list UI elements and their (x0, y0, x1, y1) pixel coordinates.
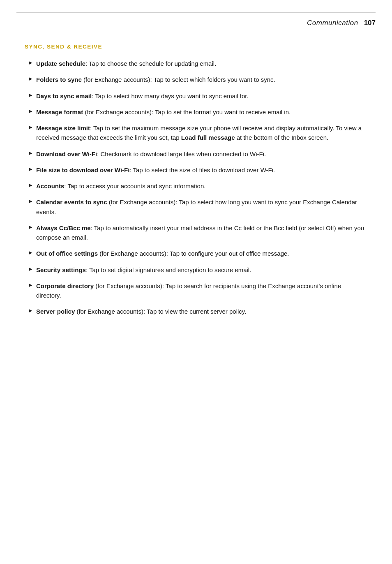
item-text: Server policy (for Exchange accounts): T… (36, 307, 246, 316)
item-term: Accounts (36, 183, 64, 190)
item-text: Message size limit: Tap to set the maxim… (36, 123, 367, 143)
bullet-icon: ▶ (29, 92, 32, 98)
item-term: Always Cc/Bcc me (36, 224, 91, 231)
page-container: Communication 107 SYNC, SEND & RECEIVE ▶… (0, 12, 392, 564)
bullet-icon: ▶ (29, 266, 32, 272)
list-item: ▶ Accounts: Tap to access your accounts … (25, 181, 367, 191)
bullet-icon: ▶ (29, 183, 32, 188)
bullet-icon: ▶ (29, 60, 32, 65)
list-item: ▶ Corporate directory (for Exchange acco… (25, 281, 367, 300)
list-item: ▶ Always Cc/Bcc me: Tap to automatically… (25, 223, 367, 243)
inline-bold-text: Load full message (181, 134, 235, 141)
list-item: ▶ Message size limit: Tap to set the max… (25, 123, 367, 143)
list-item: ▶ Out of office settings (for Exchange a… (25, 249, 367, 258)
item-text: Days to sync email: Tap to select how ma… (36, 91, 249, 101)
item-term: Folders to sync (36, 76, 82, 83)
bullet-icon: ▶ (29, 76, 32, 81)
header-title: Communication (307, 19, 358, 27)
list-item: ▶ Message format (for Exchange accounts)… (25, 107, 367, 117)
item-term: Message format (36, 109, 83, 116)
bullet-icon: ▶ (29, 308, 32, 313)
page-number: 107 (364, 19, 376, 27)
bullet-icon: ▶ (29, 199, 32, 204)
list-item: ▶ Calendar events to sync (for Exchange … (25, 197, 367, 217)
list-item: ▶ Folders to sync (for Exchange accounts… (25, 75, 367, 84)
list-item: ▶ Days to sync email: Tap to select how … (25, 91, 367, 101)
item-text: Download over Wi-Fi: Checkmark to downlo… (36, 149, 266, 159)
item-text: Corporate directory (for Exchange accoun… (36, 281, 367, 300)
bullet-icon: ▶ (29, 224, 32, 230)
item-term: Server policy (36, 308, 75, 315)
bullet-icon: ▶ (29, 150, 32, 156)
item-text: Always Cc/Bcc me: Tap to automatically i… (36, 223, 367, 243)
list-item: ▶ Update schedule: Tap to choose the sch… (25, 59, 367, 68)
item-text: Message format (for Exchange accounts): … (36, 107, 291, 117)
item-text: Accounts: Tap to access your accounts an… (36, 181, 205, 191)
item-term: Days to sync email (36, 92, 92, 99)
list-item: ▶ Download over Wi-Fi: Checkmark to down… (25, 149, 367, 159)
page-header: Communication 107 (16, 12, 376, 27)
bullet-icon: ▶ (29, 282, 32, 288)
list-item: ▶ Server policy (for Exchange accounts):… (25, 307, 367, 316)
item-text: File size to download over Wi-Fi: Tap to… (36, 165, 275, 175)
item-term: Update schedule (36, 60, 85, 67)
item-term: Download over Wi-Fi (36, 150, 97, 157)
list-item: ▶ File size to download over Wi-Fi: Tap … (25, 165, 367, 175)
item-text: Security settings: Tap to set digital si… (36, 265, 251, 275)
item-term: Corporate directory (36, 282, 94, 289)
item-term: Out of office settings (36, 250, 98, 257)
item-term: Message size limit (36, 125, 90, 132)
list-item: ▶ Security settings: Tap to set digital … (25, 265, 367, 275)
bullet-icon: ▶ (29, 166, 32, 172)
content-area: SYNC, SEND & RECEIVE ▶ Update schedule: … (0, 27, 392, 340)
section-title: SYNC, SEND & RECEIVE (25, 44, 367, 50)
item-text: Folders to sync (for Exchange accounts):… (36, 75, 275, 84)
item-text: Update schedule: Tap to choose the sched… (36, 59, 216, 68)
bullet-icon: ▶ (29, 250, 32, 255)
item-term: Security settings (36, 266, 86, 273)
item-text: Calendar events to sync (for Exchange ac… (36, 197, 367, 217)
item-text: Out of office settings (for Exchange acc… (36, 249, 289, 258)
item-term: File size to download over Wi-Fi (36, 166, 129, 173)
bullet-icon: ▶ (29, 125, 32, 130)
item-list: ▶ Update schedule: Tap to choose the sch… (25, 59, 367, 317)
bullet-icon: ▶ (29, 109, 32, 114)
item-term: Calendar events to sync (36, 199, 107, 206)
